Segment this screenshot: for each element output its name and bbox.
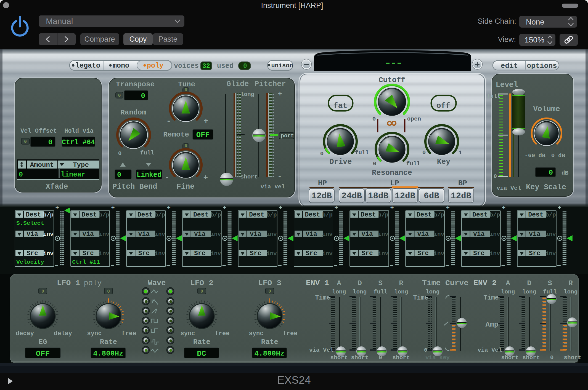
svg-text:Time: Time (483, 294, 499, 301)
svg-text:12dB: 12dB (451, 191, 471, 201)
svg-text:inv: inv (266, 231, 277, 237)
svg-text:Src: Src (361, 250, 373, 257)
svg-text:Src: Src (27, 250, 38, 257)
svg-text:None: None (526, 18, 544, 26)
svg-text:+: + (446, 205, 450, 212)
svg-text:via: via (138, 231, 150, 238)
svg-text:+: + (167, 205, 171, 212)
svg-text:A: A (506, 279, 510, 287)
svg-text:poly: poly (84, 279, 102, 287)
svg-text:Pitch: Pitch (112, 183, 135, 191)
svg-text:0: 0 (24, 139, 27, 144)
svg-text:S.Select: S.Select (16, 220, 44, 226)
svg-text:0: 0 (243, 63, 247, 70)
svg-text:Dest: Dest (528, 211, 543, 218)
svg-text:EXS24: EXS24 (277, 374, 311, 386)
svg-text:b/p: b/p (434, 212, 444, 218)
svg-text:poly: poly (147, 62, 163, 70)
svg-text:inv: inv (99, 250, 109, 257)
svg-text:inv: inv (211, 231, 221, 237)
svg-text:Level: Level (496, 81, 518, 89)
svg-text:Manual: Manual (46, 17, 73, 26)
svg-text:24dB: 24dB (341, 191, 362, 201)
svg-text:b/p: b/p (211, 212, 221, 218)
svg-text:0: 0 (48, 138, 52, 146)
svg-text:inv: inv (43, 231, 54, 237)
svg-text:via: via (82, 231, 94, 238)
svg-text:mono: mono (113, 62, 129, 70)
svg-text:+: + (204, 117, 208, 125)
svg-text:fat: fat (333, 101, 347, 110)
svg-text:inv: inv (155, 231, 165, 237)
svg-text:inv: inv (322, 231, 333, 237)
svg-text:0: 0 (373, 161, 377, 167)
svg-text:ENV 1: ENV 1 (306, 279, 329, 287)
svg-text:S: S (378, 279, 383, 287)
svg-text:0: 0 (141, 92, 145, 100)
svg-text:Side Chain:: Side Chain: (478, 17, 516, 25)
svg-text:short: short (522, 354, 540, 361)
svg-text:Dest: Dest (472, 211, 488, 218)
svg-text:inv: inv (434, 231, 444, 237)
svg-text:b/p: b/p (322, 212, 333, 218)
svg-text:via Vel: via Vel (497, 185, 521, 191)
svg-text:LFO 2: LFO 2 (190, 279, 213, 287)
svg-text:Resonance: Resonance (372, 169, 412, 177)
svg-text:free: free (122, 330, 136, 337)
svg-text:Dest: Dest (305, 211, 320, 218)
svg-text:Dest: Dest (26, 211, 41, 218)
svg-text:+: + (278, 90, 282, 98)
svg-text:b/p: b/p (545, 212, 556, 218)
svg-text:Xfade: Xfade (46, 183, 68, 191)
svg-text:inv: inv (155, 250, 165, 257)
svg-text:18dB: 18dB (368, 191, 388, 201)
svg-text:D: D (527, 279, 531, 287)
svg-text:12dB: 12dB (311, 191, 332, 201)
svg-text:BP: BP (458, 179, 467, 188)
svg-text:Type: Type (73, 161, 89, 169)
svg-text:OFF: OFF (36, 349, 50, 358)
svg-text:OFF: OFF (196, 131, 210, 139)
svg-text:0: 0 (19, 171, 23, 179)
svg-text:LFO 3: LFO 3 (258, 279, 281, 287)
svg-text:edit: edit (501, 62, 518, 70)
svg-text:Drive: Drive (329, 158, 352, 166)
svg-text:inv: inv (266, 250, 277, 257)
svg-text:inv: inv (545, 250, 556, 257)
svg-text:long: long (564, 289, 578, 295)
svg-text:b/p: b/p (266, 212, 277, 218)
svg-text:dB: dB (561, 170, 569, 176)
svg-text:0: 0 (185, 144, 187, 149)
svg-text:Dest: Dest (82, 211, 97, 218)
svg-text:unison: unison (271, 62, 293, 69)
svg-text:via: via (529, 231, 541, 238)
svg-text:via key: via key (425, 354, 450, 361)
svg-text:0 dB: 0 dB (551, 153, 565, 159)
svg-text:Amount: Amount (30, 161, 54, 169)
svg-text:Src: Src (138, 250, 150, 257)
svg-text:linear: linear (61, 171, 86, 179)
svg-text:Velocity: Velocity (16, 259, 44, 265)
svg-text:+: + (223, 205, 226, 212)
svg-text:-: - (277, 172, 282, 181)
svg-text:Glide: Glide (226, 80, 249, 88)
svg-text:inv: inv (99, 231, 109, 237)
svg-text:1: 1 (459, 149, 462, 156)
svg-text:0: 0 (200, 289, 203, 294)
svg-text:inv: inv (378, 231, 388, 237)
svg-text:b/p: b/p (43, 212, 54, 218)
svg-text:Fine: Fine (177, 183, 195, 191)
svg-text:b/p: b/p (378, 212, 388, 218)
svg-text:full: full (543, 289, 557, 295)
svg-text:full: full (140, 150, 154, 156)
svg-text:via: via (417, 231, 429, 238)
svg-text:via: via (250, 231, 261, 238)
svg-text:0: 0 (107, 289, 110, 294)
svg-text:inv: inv (490, 250, 500, 257)
svg-text:Src: Src (473, 250, 484, 257)
svg-text:Amp: Amp (486, 320, 499, 329)
svg-text:via: via (361, 231, 373, 238)
svg-text:View:: View: (498, 35, 516, 44)
svg-text:Time: Time (413, 294, 428, 301)
svg-text:long: long (394, 289, 408, 295)
